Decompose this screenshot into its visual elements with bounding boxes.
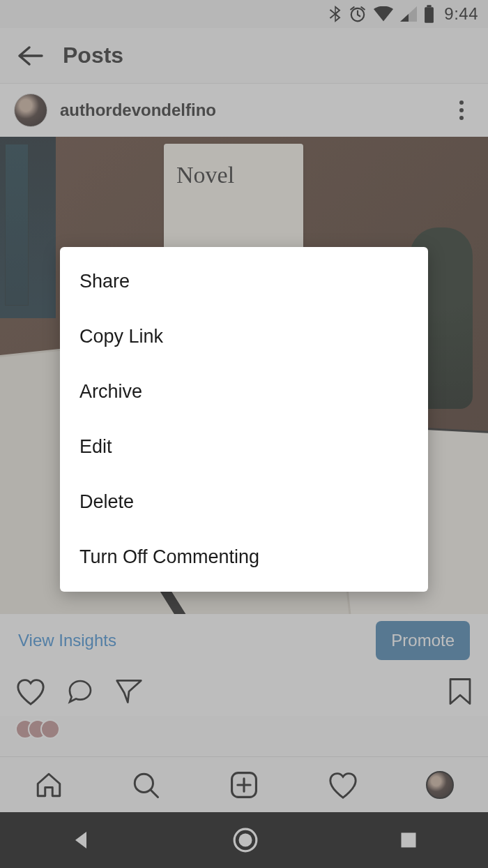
menu-item-archive[interactable]: Archive bbox=[60, 364, 428, 419]
menu-item-turn-off-commenting[interactable]: Turn Off Commenting bbox=[60, 530, 428, 585]
post-context-menu: Share Copy Link Archive Edit Delete Turn… bbox=[60, 247, 428, 592]
menu-item-copy-link[interactable]: Copy Link bbox=[60, 309, 428, 364]
menu-item-share[interactable]: Share bbox=[60, 254, 428, 309]
menu-item-edit[interactable]: Edit bbox=[60, 419, 428, 474]
menu-item-delete[interactable]: Delete bbox=[60, 474, 428, 530]
app-screen: 9:44 Posts authordevondelfino Novel View… bbox=[0, 0, 488, 868]
